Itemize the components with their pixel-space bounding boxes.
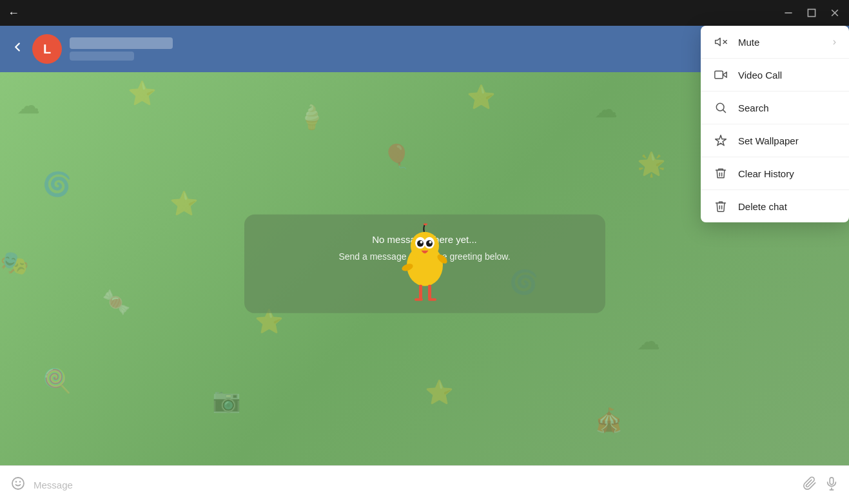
doodle-17: 📷 [212,387,241,414]
svg-point-19 [12,478,24,489]
title-bar-controls [782,6,841,19]
title-bar: ← [0,0,849,26]
mute-chevron-icon: › [833,36,836,48]
doodle-4: ⭐ [467,84,496,111]
maximize-button[interactable] [805,6,818,19]
doodle-3: 🍦 [297,104,326,131]
svg-rect-22 [830,477,834,484]
svg-point-8 [417,240,424,247]
doodle-15: ☁ [637,328,660,355]
empty-state: No messages here yet... Send a message o… [244,215,605,313]
svg-point-30 [716,103,724,111]
delete-chat-icon [714,199,728,213]
menu-item-mute[interactable]: Mute › [701,26,849,59]
title-bar-back-icon[interactable]: ← [8,6,19,20]
set-wallpaper-label: Set Wallpaper [738,135,836,146]
context-menu: Mute › Video Call Search Set Wallpaper [701,26,849,222]
avatar: L [32,34,62,64]
svg-rect-18 [428,298,436,301]
menu-item-video-call[interactable]: Video Call [701,59,849,92]
doodle-2: ⭐ [128,80,157,107]
wallpaper-icon [714,133,728,148]
clear-history-label: Clear History [738,168,836,179]
video-call-icon [714,68,728,82]
doodle-19: 🎪 [594,407,623,434]
svg-rect-16 [428,285,431,299]
contact-info [70,37,173,61]
contact-status [70,52,134,61]
search-label: Search [738,102,836,113]
svg-point-5 [411,232,439,260]
attachment-button[interactable] [803,476,817,494]
doodle-11: 🎭 [0,249,29,276]
svg-rect-17 [415,298,423,301]
menu-item-clear-history[interactable]: Clear History [701,157,849,190]
menu-item-delete-chat[interactable]: Delete chat [701,190,849,222]
clear-history-icon [714,166,728,180]
svg-rect-1 [808,9,815,16]
menu-item-set-wallpaper[interactable]: Set Wallpaper [701,124,849,157]
svg-marker-25 [716,38,721,46]
doodle-18: ⭐ [425,379,454,406]
message-bar [0,465,849,504]
doodle-7: 🌀 [43,171,72,198]
delete-chat-label: Delete chat [738,201,836,212]
doodle-5: ☁ [594,96,618,123]
message-input[interactable] [34,480,795,490]
svg-point-11 [429,241,431,244]
video-call-label: Video Call [738,70,836,81]
svg-rect-15 [419,285,422,299]
microphone-button[interactable] [825,476,839,494]
close-button[interactable] [828,6,841,19]
greeting-sticker [396,224,454,320]
doodle-1: ☁ [17,92,40,119]
svg-marker-28 [723,72,727,77]
doodle-9: 🎈 [382,143,411,170]
svg-rect-29 [715,71,723,79]
back-button[interactable] [10,40,24,58]
emoji-button[interactable] [10,476,26,495]
contact-name [70,37,173,49]
doodle-12: 🍬 [102,289,131,316]
mute-icon [714,35,728,49]
mute-label: Mute [738,37,823,48]
menu-item-search[interactable]: Search [701,92,849,124]
title-bar-left: ← [8,6,19,20]
svg-point-10 [420,241,422,244]
minimize-button[interactable] [782,6,795,19]
search-icon [714,101,728,115]
svg-point-9 [426,240,433,247]
doodle-8: ⭐ [170,190,199,217]
doodle-16: 🍭 [43,367,72,394]
doodle-10: 🌟 [637,151,666,178]
svg-line-31 [723,110,726,113]
